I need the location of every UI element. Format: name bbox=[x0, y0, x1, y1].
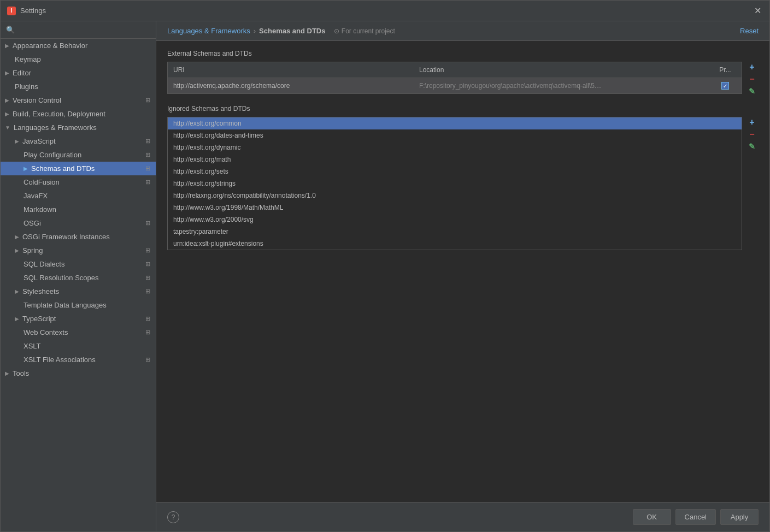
settings-window: I Settings ✕ 🔍 ▶ Appearance & Behavior K… bbox=[0, 0, 770, 532]
edit-external-button[interactable]: ✎ bbox=[747, 86, 757, 97]
sidebar-item-label: Web Contexts bbox=[23, 328, 68, 336]
arrow-icon: ▶ bbox=[15, 247, 19, 253]
arrow-icon: ▶ bbox=[23, 165, 28, 172]
edit-ignored-button[interactable]: ✎ bbox=[747, 141, 757, 152]
add-ignored-button[interactable]: + bbox=[747, 117, 757, 128]
sidebar-item-plugins[interactable]: Plugins bbox=[1, 80, 156, 93]
list-item[interactable]: http://exslt.org/sets bbox=[168, 165, 742, 178]
sidebar-item-javafx[interactable]: JavaFX bbox=[1, 189, 156, 203]
list-item[interactable]: http://exslt.org/math bbox=[168, 153, 742, 165]
add-icon: ⊞ bbox=[145, 165, 150, 172]
arrow-icon: ▶ bbox=[5, 97, 9, 103]
col-uri-header: URI bbox=[168, 64, 414, 75]
pr-cell: ✓ bbox=[709, 80, 742, 91]
list-item[interactable]: http://www.w3.org/1998/Math/MathML bbox=[168, 202, 742, 214]
sidebar-item-version-control[interactable]: ▶ Version Control ⊞ bbox=[1, 93, 156, 107]
list-item[interactable]: tapestry:parameter bbox=[168, 226, 742, 238]
right-panel: Languages & Frameworks › Schemas and DTD… bbox=[156, 21, 769, 531]
breadcrumb-parent[interactable]: Languages & Frameworks bbox=[167, 27, 250, 35]
reset-button[interactable]: Reset bbox=[740, 27, 759, 35]
sidebar-item-label: Languages & Frameworks bbox=[14, 123, 97, 132]
sidebar-item-build[interactable]: ▶ Build, Execution, Deployment bbox=[1, 107, 156, 121]
list-item[interactable]: http://exslt.org/strings bbox=[168, 178, 742, 190]
sidebar-item-web-contexts[interactable]: Web Contexts ⊞ bbox=[1, 326, 156, 339]
uri-cell: http://activemq.apache.org/schema/core bbox=[168, 80, 414, 91]
arrow-icon: ▶ bbox=[5, 111, 9, 117]
sidebar-item-javascript[interactable]: ▶ JavaScript ⊞ bbox=[1, 134, 156, 148]
cancel-button[interactable]: Cancel bbox=[675, 509, 716, 525]
breadcrumb-project: ⊙ For current project bbox=[334, 27, 395, 35]
breadcrumb-separator: › bbox=[254, 27, 256, 35]
list-item[interactable]: http://exslt.org/common bbox=[168, 117, 742, 129]
list-item[interactable]: http://www.w3.org/2000/svg bbox=[168, 214, 742, 226]
add-icon: ⊞ bbox=[145, 315, 150, 322]
remove-external-button[interactable]: − bbox=[747, 74, 757, 85]
add-icon: ⊞ bbox=[145, 274, 150, 281]
add-icon: ⊞ bbox=[145, 151, 150, 158]
list-item[interactable]: http://exslt.org/dates-and-times bbox=[168, 129, 742, 141]
sidebar-item-label: Editor bbox=[13, 69, 31, 77]
search-input[interactable] bbox=[18, 26, 150, 34]
apply-button[interactable]: Apply bbox=[720, 509, 759, 525]
sidebar-item-osgi-framework[interactable]: ▶ OSGi Framework Instances bbox=[1, 230, 156, 244]
external-schemas-title: External Schemas and DTDs bbox=[167, 50, 759, 57]
sidebar-item-label: Keymap bbox=[15, 55, 41, 63]
sidebar-item-label: Spring bbox=[22, 246, 43, 255]
sidebar-item-label: Schemas and DTDs bbox=[31, 164, 95, 173]
table-row[interactable]: http://activemq.apache.org/schema/core F… bbox=[168, 78, 742, 93]
sidebar-item-label: Markdown bbox=[23, 205, 56, 214]
remove-ignored-button[interactable]: − bbox=[747, 129, 757, 140]
close-button[interactable]: ✕ bbox=[752, 5, 763, 16]
sidebar-item-coldfusion[interactable]: ColdFusion ⊞ bbox=[1, 175, 156, 189]
sidebar-item-schemas-dtds[interactable]: ▶ Schemas and DTDs ⊞ bbox=[1, 162, 156, 175]
sidebar-item-template-data[interactable]: Template Data Languages bbox=[1, 298, 156, 312]
list-item[interactable]: urn:idea:xslt-plugin#extensions bbox=[168, 238, 742, 250]
sidebar-item-keymap[interactable]: Keymap bbox=[1, 52, 156, 66]
sidebar-item-label: Build, Execution, Deployment bbox=[13, 110, 105, 118]
col-pr-header: Pr... bbox=[709, 64, 742, 75]
add-icon: ⊞ bbox=[145, 220, 150, 227]
arrow-icon: ▶ bbox=[15, 288, 19, 294]
sidebar-item-typescript[interactable]: ▶ TypeScript ⊞ bbox=[1, 312, 156, 326]
add-icon: ⊞ bbox=[145, 179, 150, 186]
sidebar-item-markdown[interactable]: Markdown bbox=[1, 203, 156, 216]
search-bar: 🔍 bbox=[1, 21, 156, 39]
sidebar-item-label: Version Control bbox=[13, 96, 61, 104]
sidebar-item-tools[interactable]: ▶ Tools bbox=[1, 367, 156, 380]
footer-left: ? bbox=[167, 511, 179, 523]
add-icon: ⊞ bbox=[145, 356, 150, 363]
panel-body: External Schemas and DTDs URI Location P… bbox=[156, 41, 769, 502]
list-item[interactable]: http://exslt.org/dynamic bbox=[168, 141, 742, 153]
sidebar-item-sql-dialects[interactable]: SQL Dialects ⊞ bbox=[1, 257, 156, 271]
breadcrumb-bar: Languages & Frameworks › Schemas and DTD… bbox=[156, 21, 769, 41]
sidebar-item-osgi[interactable]: OSGi ⊞ bbox=[1, 216, 156, 230]
search-icon: 🔍 bbox=[6, 26, 15, 34]
sidebar-item-play-configuration[interactable]: Play Configuration ⊞ bbox=[1, 148, 156, 162]
sidebar-item-xslt-file-assoc[interactable]: XSLT File Associations ⊞ bbox=[1, 353, 156, 367]
sidebar-item-label: Play Configuration bbox=[23, 151, 81, 159]
sidebar-item-appearance[interactable]: ▶ Appearance & Behavior bbox=[1, 39, 156, 52]
sidebar-item-label: Plugins bbox=[15, 82, 38, 91]
sidebar-item-sql-resolution[interactable]: SQL Resolution Scopes ⊞ bbox=[1, 271, 156, 285]
breadcrumb-current: Schemas and DTDs bbox=[259, 27, 325, 35]
sidebar-item-label: SQL Resolution Scopes bbox=[23, 274, 99, 282]
table-header: URI Location Pr... bbox=[168, 62, 742, 78]
sidebar-item-xslt[interactable]: XSLT bbox=[1, 339, 156, 353]
sidebar-item-spring[interactable]: ▶ Spring ⊞ bbox=[1, 244, 156, 257]
sidebar-item-editor[interactable]: ▶ Editor bbox=[1, 66, 156, 80]
ok-button[interactable]: OK bbox=[633, 509, 671, 525]
help-button[interactable]: ? bbox=[167, 511, 179, 523]
arrow-icon: ▼ bbox=[5, 125, 10, 131]
pr-checkbox[interactable]: ✓ bbox=[721, 82, 729, 90]
arrow-icon: ▶ bbox=[5, 70, 9, 76]
list-item[interactable]: http://relaxng.org/ns/compatibility/anno… bbox=[168, 190, 742, 202]
add-external-button[interactable]: + bbox=[747, 62, 757, 73]
arrow-icon: ▶ bbox=[15, 138, 19, 144]
logo: I bbox=[7, 7, 16, 15]
sidebar-item-languages[interactable]: ▼ Languages & Frameworks bbox=[1, 121, 156, 134]
arrow-icon: ▶ bbox=[5, 370, 9, 376]
sidebar-item-label: XSLT File Associations bbox=[23, 356, 96, 364]
sidebar-item-stylesheets[interactable]: ▶ Stylesheets ⊞ bbox=[1, 285, 156, 298]
external-schemas-table: URI Location Pr... http://activemq.apach… bbox=[167, 62, 742, 94]
app-icon: I bbox=[7, 7, 16, 15]
